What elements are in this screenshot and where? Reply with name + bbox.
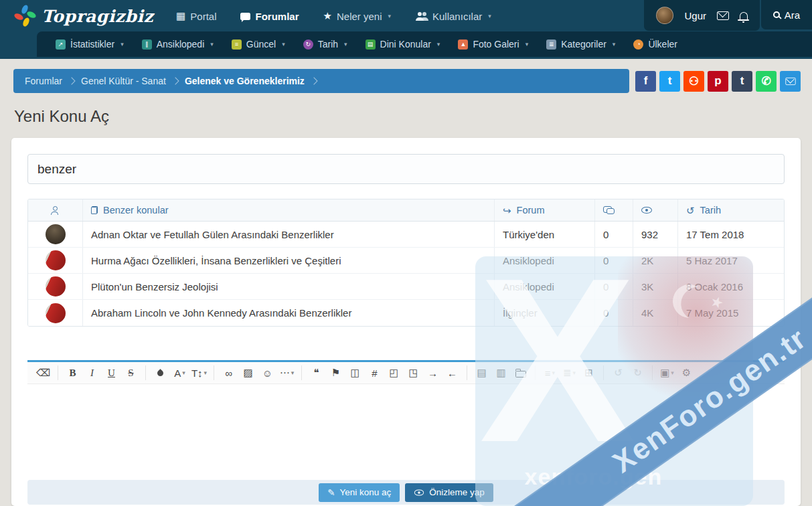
submenu-photo-gallery[interactable]: ▲ Foto Galeri ▾: [458, 39, 528, 50]
thread-title-link[interactable]: Hurma Ağacı Özellikleri, İnsana Benzerli…: [91, 255, 341, 266]
avatar[interactable]: [656, 7, 673, 24]
spoiler-button[interactable]: ⚑: [326, 364, 345, 382]
site-logo[interactable]: Topragizbiz: [13, 5, 153, 27]
create-thread-button[interactable]: ✎ Yeni konu aç: [319, 483, 400, 502]
date-cell: 7 May 2015: [678, 300, 784, 326]
submenu-current[interactable]: ≡ Güncel ▾: [232, 39, 285, 50]
col-topics[interactable]: Benzer konular: [103, 205, 169, 216]
link-button[interactable]: ∞: [219, 364, 238, 382]
more-options-button[interactable]: ⋯▾: [277, 364, 297, 382]
books-icon: ∥: [142, 39, 152, 50]
tumblr-share-button[interactable]: t: [732, 71, 752, 92]
quote-button[interactable]: ❝: [307, 364, 326, 382]
col-forum[interactable]: Forum: [517, 205, 545, 216]
reddit-share-button[interactable]: ⚇: [683, 71, 704, 92]
alerts-bell-icon[interactable]: [740, 12, 748, 19]
submenu-history[interactable]: ↻ Tarih ▾: [303, 39, 347, 50]
avatar[interactable]: [46, 224, 66, 244]
thread-title-link[interactable]: Adnan Oktar ve Fetullah Gülen Arasındaki…: [91, 229, 334, 240]
gallery-button[interactable]: ▤: [472, 364, 491, 382]
editor-content-area[interactable]: [27, 384, 785, 477]
thread-title-link[interactable]: Abraham Lincoln ve John Kennedy Arasında…: [91, 307, 351, 319]
toolbar-separator: [58, 365, 58, 380]
user-panel: Ugur: [644, 0, 760, 31]
outdent-button[interactable]: ←: [442, 364, 462, 382]
author-icon: [51, 206, 60, 215]
nav-portal[interactable]: ▦ Portal: [176, 10, 216, 22]
submenu-religion[interactable]: ▤ Dini Konular ▾: [366, 39, 440, 50]
chevron-down-icon: ▾: [210, 41, 214, 48]
secondary-nav: ↗ İstatistikler ▾ ∥ Ansiklopedi ▾ ≡ Günc…: [37, 31, 812, 57]
code-button[interactable]: #: [365, 364, 384, 382]
email-share-button[interactable]: [780, 71, 801, 92]
whatsapp-share-button[interactable]: ✆: [756, 71, 777, 92]
bold-button[interactable]: B: [63, 364, 82, 382]
thread-title-link[interactable]: Plüton'un Benzersiz Jeolojisi: [91, 281, 218, 292]
envelope-icon: [785, 77, 795, 84]
embed-right-button[interactable]: ◳: [404, 364, 423, 382]
embed-left-button[interactable]: ◰: [384, 364, 404, 382]
settings-button[interactable]: ⚙: [677, 364, 696, 382]
book-icon: ▤: [366, 39, 376, 50]
search-button[interactable]: Ara: [761, 0, 812, 29]
table-row[interactable]: Hurma Ağacı Özellikleri, İnsana Benzerli…: [28, 248, 784, 274]
chevron-down-icon: ▾: [573, 369, 576, 376]
image-alt-button[interactable]: ▥: [491, 364, 511, 382]
strikethrough-button[interactable]: S: [121, 364, 141, 382]
submenu-categories[interactable]: ≣ Kategoriler ▾: [546, 39, 615, 50]
forum-cell: Ansiklopedi: [495, 248, 595, 273]
image-button[interactable]: ▨: [238, 364, 258, 382]
share-buttons: f t ⚇ p t ✆: [635, 71, 801, 92]
views-cell: 4K: [633, 300, 678, 326]
breadcrumb-forums[interactable]: Forumlar: [25, 76, 62, 86]
col-date[interactable]: Tarih: [700, 205, 721, 216]
chevron-down-icon: ▾: [182, 369, 185, 376]
thread-title-input[interactable]: [27, 154, 785, 184]
star-icon: ★: [323, 10, 332, 22]
font-family-button[interactable]: A▾: [170, 364, 189, 382]
submenu-encyclopedia[interactable]: ∥ Ansiklopedi ▾: [142, 39, 214, 50]
attach-button[interactable]: [511, 364, 530, 382]
remove-format-button[interactable]: ⌫: [33, 364, 53, 382]
nav-members[interactable]: Kullanıcılar ▾: [415, 11, 491, 22]
replies-cell: 0: [595, 222, 633, 247]
forum-bubble-icon: [240, 13, 250, 20]
list-button[interactable]: ≣▾: [560, 364, 579, 382]
smilie-button[interactable]: ☺: [258, 364, 277, 382]
font-size-button[interactable]: T↕▾: [189, 364, 209, 382]
facebook-share-button[interactable]: f: [635, 71, 656, 92]
redo-button[interactable]: ↻: [628, 364, 647, 382]
table-button[interactable]: ⊞: [579, 364, 598, 382]
twitter-share-button[interactable]: t: [659, 71, 680, 92]
history-clock-icon: ↻: [303, 39, 313, 50]
breadcrumb-current[interactable]: Gelenek ve Göreneklerimiz: [185, 76, 305, 86]
avatar[interactable]: [46, 276, 66, 297]
underline-button[interactable]: U: [102, 364, 121, 382]
align-button[interactable]: ≡▾: [540, 364, 560, 382]
breadcrumb-category[interactable]: Genel Kültür - Sanat: [81, 76, 166, 86]
similar-threads-table: Benzer konular ↪Forum ↺Tarih Adnan Oktar…: [27, 199, 785, 327]
table-row[interactable]: Adnan Oktar ve Fetullah Gülen Arasındaki…: [28, 222, 784, 248]
pinterest-share-button[interactable]: p: [708, 71, 728, 92]
avatar[interactable]: [46, 250, 66, 270]
username[interactable]: Ugur: [684, 10, 706, 21]
views-cell: 932: [633, 222, 678, 247]
indent-button[interactable]: →: [423, 364, 442, 382]
table-row[interactable]: Abraham Lincoln ve John Kennedy Arasında…: [28, 300, 784, 326]
media-button[interactable]: ◫: [345, 364, 365, 382]
inbox-envelope-icon[interactable]: [717, 11, 729, 20]
drafts-button[interactable]: ▣▾: [657, 364, 677, 382]
undo-button[interactable]: ↺: [608, 364, 628, 382]
nav-forums[interactable]: Forumlar: [240, 11, 299, 22]
avatar[interactable]: [46, 303, 66, 323]
text-color-button[interactable]: [151, 364, 170, 382]
pencil-icon: ✎: [327, 487, 335, 498]
italic-button[interactable]: I: [82, 364, 102, 382]
preview-button[interactable]: Önizleme yap: [405, 483, 493, 502]
submenu-statistics[interactable]: ↗ İstatistikler ▾: [56, 39, 124, 50]
submenu-countries[interactable]: ◔ Ülkeler: [633, 39, 677, 50]
nav-whats-new[interactable]: ★ Neler yeni ▾: [323, 10, 392, 22]
forum-cell: Ansiklopedi: [495, 274, 595, 299]
table-row[interactable]: Plüton'un Benzersiz Jeolojisi Ansikloped…: [28, 274, 784, 300]
views-eye-icon: [641, 207, 652, 214]
